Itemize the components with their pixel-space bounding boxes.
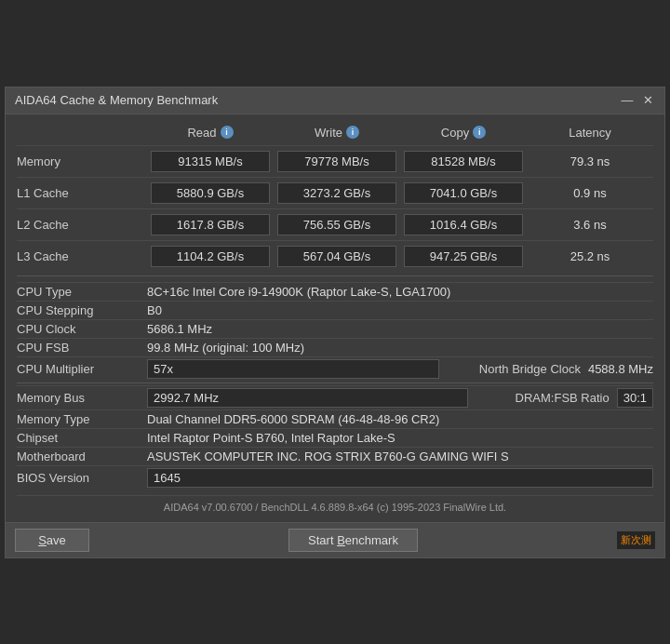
window-title: AIDA64 Cache & Memory Benchmark xyxy=(15,93,218,107)
latency-value-2: 3.6 ns xyxy=(527,215,653,235)
memory-bus-label: Memory Bus xyxy=(17,391,147,405)
north-bridge-clock-value: 4588.8 MHz xyxy=(588,362,653,376)
latency-value-1: 0.9 ns xyxy=(527,183,653,203)
write-value-1: 3273.2 GB/s xyxy=(277,182,396,204)
copy-value-1: 7041.0 GB/s xyxy=(404,182,523,204)
read-header: Read i xyxy=(147,126,274,140)
cpu-clock-row: CPU Clock 5686.1 MHz xyxy=(17,319,653,338)
motherboard-value: ASUSTeK COMPUTER INC. ROG STRIX B760-G G… xyxy=(147,449,653,463)
bios-row: BIOS Version 1645 xyxy=(17,465,653,490)
cpu-clock-value: 5686.1 MHz xyxy=(147,322,653,336)
dram-fsb-value: 30:1 xyxy=(617,388,653,408)
save-button[interactable]: Save xyxy=(15,529,89,552)
footer-text: AIDA64 v7.00.6700 / BenchDLL 4.6.889.8-x… xyxy=(17,495,653,517)
table-row: Memory 91315 MB/s 79778 MB/s 81528 MB/s … xyxy=(17,145,653,177)
latency-value-3: 25.2 ns xyxy=(527,247,653,266)
cpu-fsb-row: CPU FSB 99.8 MHz (original: 100 MHz) xyxy=(17,338,653,356)
cpu-fsb-value: 99.8 MHz (original: 100 MHz) xyxy=(147,341,653,355)
copy-value-3: 947.25 GB/s xyxy=(404,246,523,267)
table-row: L1 Cache 5880.9 GB/s 3273.2 GB/s 7041.0 … xyxy=(17,177,653,208)
copy-value-0: 81528 MB/s xyxy=(404,151,523,172)
latency-value-0: 79.3 ns xyxy=(527,152,653,171)
chipset-value: Intel Raptor Point-S B760, Intel Raptor … xyxy=(147,431,653,445)
table-row: L2 Cache 1617.8 GB/s 756.55 GB/s 1016.4 … xyxy=(17,208,653,240)
row-label-3: L3 Cache xyxy=(17,249,147,263)
read-value-2: 1617.8 GB/s xyxy=(151,214,270,235)
cpu-stepping-value: B0 xyxy=(147,303,653,317)
cpu-stepping-label: CPU Stepping xyxy=(17,303,147,317)
write-value-2: 756.55 GB/s xyxy=(277,214,396,235)
read-value-3: 1104.2 GB/s xyxy=(151,246,270,267)
row-label-0: Memory xyxy=(17,154,147,168)
cpu-clock-label: CPU Clock xyxy=(17,322,147,336)
copy-header: Copy i xyxy=(400,126,527,140)
start-benchmark-button[interactable]: Start Benchmark xyxy=(288,529,418,552)
bottom-bar: Save Start Benchmark 新次测 xyxy=(6,522,664,557)
cpu-stepping-row: CPU Stepping B0 xyxy=(17,301,653,319)
close-button[interactable]: ✕ xyxy=(640,93,655,108)
column-headers: Read i Write i Copy i Latency xyxy=(17,122,653,143)
copy-info-icon[interactable]: i xyxy=(473,126,486,139)
window-controls: — ✕ xyxy=(620,93,655,108)
chipset-label: Chipset xyxy=(17,431,147,445)
memory-type-label: Memory Type xyxy=(17,412,147,426)
write-header: Write i xyxy=(274,126,400,140)
main-window: AIDA64 Cache & Memory Benchmark — ✕ Read… xyxy=(5,87,665,558)
minimize-button[interactable]: — xyxy=(620,93,635,108)
write-value-0: 79778 MB/s xyxy=(277,151,396,172)
row-label-2: L2 Cache xyxy=(17,218,147,232)
read-value-1: 5880.9 GB/s xyxy=(151,182,270,204)
bios-label: BIOS Version xyxy=(17,471,147,485)
write-info-icon[interactable]: i xyxy=(346,126,359,139)
read-info-icon[interactable]: i xyxy=(221,126,234,139)
cpu-type-label: CPU Type xyxy=(17,285,147,299)
info-section: CPU Type 8C+16c Intel Core i9-14900K (Ra… xyxy=(17,280,653,491)
cpu-type-value: 8C+16c Intel Core i9-14900K (Raptor Lake… xyxy=(147,285,653,299)
write-value-3: 567.04 GB/s xyxy=(277,246,396,267)
read-value-0: 91315 MB/s xyxy=(151,151,270,172)
cpu-multiplier-row: CPU Multiplier 57x North Bridge Clock 45… xyxy=(17,356,653,381)
memory-type-row: Memory Type Dual Channel DDR5-6000 SDRAM… xyxy=(17,409,653,428)
watermark: 新次测 xyxy=(617,531,655,549)
bios-value: 1645 xyxy=(147,468,653,488)
latency-header: Latency xyxy=(527,126,653,140)
row-label-1: L1 Cache xyxy=(17,186,147,200)
north-bridge-clock-label: North Bridge Clock xyxy=(439,362,588,376)
copy-value-2: 1016.4 GB/s xyxy=(404,214,523,235)
chipset-row: Chipset Intel Raptor Point-S B760, Intel… xyxy=(17,428,653,447)
memory-bus-value: 2992.7 MHz xyxy=(147,388,468,408)
cpu-multiplier-value: 57x xyxy=(147,359,439,379)
motherboard-row: Motherboard ASUSTeK COMPUTER INC. ROG ST… xyxy=(17,447,653,465)
benchmark-rows: Memory 91315 MB/s 79778 MB/s 81528 MB/s … xyxy=(17,145,653,272)
main-content: Read i Write i Copy i Latency Memory 913… xyxy=(6,114,664,522)
title-bar: AIDA64 Cache & Memory Benchmark — ✕ xyxy=(6,87,664,114)
table-row: L3 Cache 1104.2 GB/s 567.04 GB/s 947.25 … xyxy=(17,240,653,272)
motherboard-label: Motherboard xyxy=(17,449,147,463)
cpu-fsb-label: CPU FSB xyxy=(17,341,147,355)
cpu-type-row: CPU Type 8C+16c Intel Core i9-14900K (Ra… xyxy=(17,282,653,301)
cpu-multiplier-label: CPU Multiplier xyxy=(17,362,147,376)
memory-type-value: Dual Channel DDR5-6000 SDRAM (46-48-48-9… xyxy=(147,412,653,426)
dram-fsb-label: DRAM:FSB Ratio xyxy=(468,391,617,405)
memory-bus-row: Memory Bus 2992.7 MHz DRAM:FSB Ratio 30:… xyxy=(17,385,653,409)
